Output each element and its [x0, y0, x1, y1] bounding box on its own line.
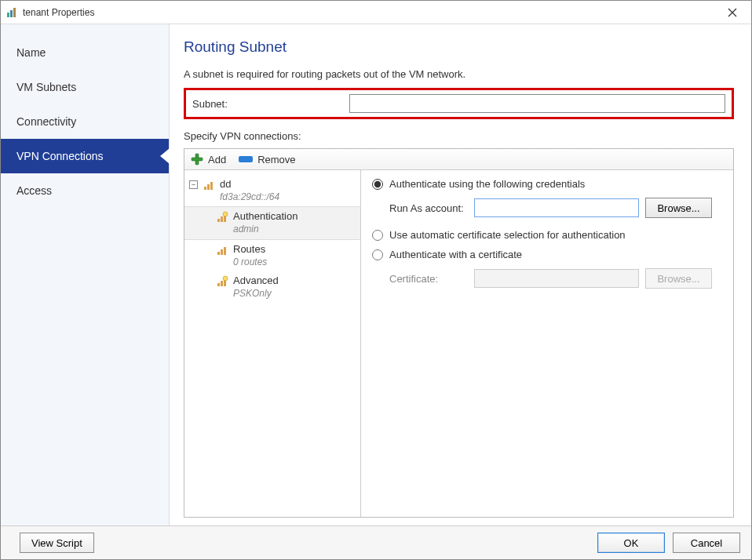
app-icon	[5, 6, 18, 19]
tree-node-routes[interactable]: Routes 0 routes	[184, 240, 360, 271]
sidebar-item-label: Access	[16, 184, 52, 197]
svg-rect-0	[7, 13, 9, 17]
tree-node-label: Authentication	[233, 210, 298, 224]
sidebar-item-vm-subnets[interactable]: VM Subnets	[1, 70, 169, 104]
tree-node-text: Advanced PSKOnly	[233, 275, 279, 300]
svg-point-18	[223, 276, 228, 281]
runas-row: Run As account: Browse...	[389, 198, 722, 218]
sidebar-item-label: Connectivity	[16, 115, 76, 128]
svg-rect-14	[224, 247, 226, 255]
tree-node-sublabel: 0 routes	[233, 256, 267, 269]
sidebar-item-label: Name	[16, 46, 46, 59]
svg-rect-5	[204, 187, 206, 190]
remove-button[interactable]: Remove	[239, 154, 295, 165]
tree-node-label: Advanced	[233, 275, 279, 288]
sidebar-item-connectivity[interactable]: Connectivity	[1, 104, 169, 139]
svg-rect-12	[217, 252, 220, 255]
add-label: Add	[208, 154, 226, 165]
svg-rect-16	[221, 281, 223, 286]
auth-icon	[216, 211, 228, 224]
titlebar: tenant Properties	[1, 1, 751, 24]
radio-auto-cert-label: Use automatic certificate selection for …	[389, 229, 626, 241]
content-panel: Routing Subnet A subnet is required for …	[170, 24, 751, 525]
svg-rect-15	[217, 283, 220, 286]
sidebar-item-label: VPN Connections	[16, 150, 104, 162]
subnet-label: Subnet:	[192, 98, 349, 110]
svg-point-11	[223, 212, 228, 216]
minus-icon	[239, 156, 253, 162]
certificate-label: Certificate:	[389, 273, 468, 285]
routes-icon	[216, 244, 228, 256]
radio-credentials-input[interactable]	[372, 179, 383, 190]
radio-cert-input[interactable]	[372, 249, 383, 260]
radio-auto-cert-input[interactable]	[372, 230, 383, 241]
specify-vpn-label: Specify VPN connections:	[184, 130, 734, 142]
svg-rect-1	[10, 10, 13, 17]
remove-label: Remove	[257, 154, 295, 165]
sidebar: Name VM Subnets Connectivity VPN Connect…	[1, 24, 170, 525]
radio-credentials-label: Authenticate using the following credent…	[389, 178, 585, 190]
sidebar-item-access[interactable]: Access	[1, 173, 169, 208]
runas-input[interactable]	[474, 198, 639, 217]
tree-node-connection[interactable]: − dd fd3a:29cd::/64	[184, 175, 360, 206]
cancel-button[interactable]: Cancel	[673, 533, 740, 553]
vpn-panel: Add Remove − dd	[184, 148, 734, 518]
advanced-icon	[216, 275, 228, 288]
radio-cert-label: Authenticate with a certificate	[389, 249, 522, 260]
vpn-tree: − dd fd3a:29cd::/64	[184, 170, 361, 517]
radio-cert[interactable]: Authenticate with a certificate	[372, 249, 722, 260]
subnet-row-highlight: Subnet:	[184, 88, 734, 119]
runas-label: Run As account:	[389, 202, 468, 214]
svg-rect-6	[207, 184, 210, 190]
svg-rect-8	[217, 219, 220, 222]
add-button[interactable]: Add	[191, 153, 226, 165]
svg-rect-13	[221, 249, 223, 255]
tree-node-authentication[interactable]: Authentication admin	[184, 206, 360, 239]
sidebar-item-name[interactable]: Name	[1, 35, 169, 70]
svg-rect-7	[210, 182, 213, 190]
tree-node-label: Routes	[233, 243, 267, 256]
plus-icon	[191, 153, 203, 165]
svg-rect-9	[221, 216, 223, 222]
tree-node-text: Authentication admin	[233, 210, 298, 235]
sidebar-item-vpn-connections[interactable]: VPN Connections	[1, 139, 169, 173]
radio-auto-cert[interactable]: Use automatic certificate selection for …	[372, 229, 722, 241]
radio-credentials[interactable]: Authenticate using the following credent…	[372, 178, 722, 190]
tree-node-sublabel: PSKOnly	[233, 288, 279, 300]
sidebar-item-label: VM Subnets	[16, 81, 76, 93]
dialog-footer: View Script OK Cancel	[1, 525, 751, 559]
tree-node-advanced[interactable]: Advanced PSKOnly	[184, 271, 360, 303]
main-area: Name VM Subnets Connectivity VPN Connect…	[1, 24, 751, 525]
certificate-browse-button: Browse...	[645, 268, 712, 289]
certificate-input	[474, 269, 639, 288]
svg-rect-4	[192, 158, 203, 161]
svg-rect-2	[13, 8, 16, 17]
window-title: tenant Properties	[23, 7, 717, 18]
close-button[interactable]	[717, 2, 748, 24]
vpn-body: − dd fd3a:29cd::/64	[184, 170, 733, 517]
view-script-button[interactable]: View Script	[20, 533, 94, 553]
page-description: A subnet is required for routing packets…	[184, 68, 734, 80]
tree-node-text: Routes 0 routes	[233, 243, 267, 268]
network-icon	[203, 179, 215, 191]
ok-button[interactable]: OK	[597, 533, 665, 553]
certificate-row: Certificate: Browse...	[389, 268, 722, 289]
runas-browse-button[interactable]: Browse...	[645, 198, 712, 218]
tree-node-text: dd fd3a:29cd::/64	[220, 178, 279, 203]
tree-node-sublabel: admin	[233, 224, 298, 236]
page-heading: Routing Subnet	[184, 38, 734, 56]
tree-node-sublabel: fd3a:29cd::/64	[220, 191, 279, 204]
auth-details-panel: Authenticate using the following credent…	[361, 170, 733, 517]
vpn-toolbar: Add Remove	[184, 149, 733, 170]
subnet-input[interactable]	[349, 94, 725, 113]
collapse-icon[interactable]: −	[189, 180, 198, 189]
tree-node-label: dd	[220, 178, 279, 191]
